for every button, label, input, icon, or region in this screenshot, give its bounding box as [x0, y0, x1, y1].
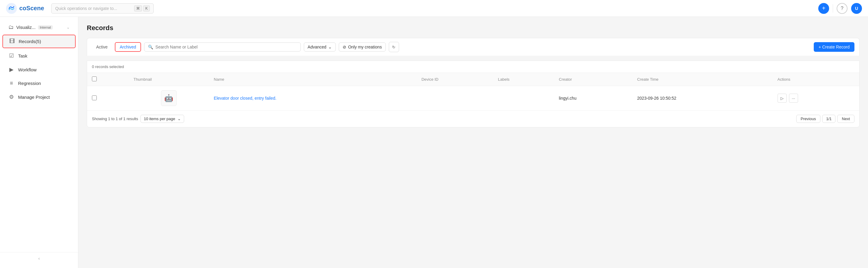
- page-size-label: 10 items per page: [144, 116, 175, 121]
- topnav-right: + ? U: [818, 3, 862, 14]
- refresh-icon: ↻: [392, 45, 396, 49]
- topnav: coScene Quick operations or navigate to.…: [0, 0, 868, 17]
- row-checkbox-cell: [87, 86, 129, 110]
- table-container: 0 records selected Thumbnail Name Device…: [87, 61, 860, 127]
- create-time-value: 2023-09-26 10:50:52: [637, 96, 676, 101]
- col-device-id: Device ID: [416, 73, 493, 86]
- table-row: 🤖 Elevator door closed, entry failed.: [87, 86, 859, 110]
- regression-icon: ≡: [8, 80, 14, 87]
- logo: coScene: [6, 3, 44, 14]
- col-creator: Creator: [554, 73, 632, 86]
- page-indicator: 1/1: [822, 115, 835, 123]
- tab-active[interactable]: Active: [92, 43, 112, 51]
- only-my-creations-button[interactable]: ⊘ Only my creations: [339, 42, 386, 52]
- project-badge: Internal: [38, 25, 53, 30]
- sidebar: 🗂 Visualiz... Internal ⌄ 🎞 Records(5) ☑ …: [0, 17, 79, 268]
- chevron-down-icon: ⌄: [328, 44, 332, 49]
- collapse-icon: ‹: [38, 256, 40, 261]
- sidebar-records-label: Records(5): [19, 39, 41, 44]
- record-name-link[interactable]: Elevator door closed, entry failed.: [214, 96, 276, 101]
- sidebar-regression-label: Regression: [18, 81, 41, 86]
- row-device-id-cell: [416, 86, 493, 110]
- search-icon: 🔍: [148, 44, 153, 49]
- pagination-controls: Previous 1/1 Next: [796, 115, 855, 123]
- thumbnail-image: 🤖: [161, 90, 177, 106]
- col-name: Name: [209, 73, 416, 86]
- thumbnail-container: 🤖: [133, 90, 204, 106]
- project-name: Visualiz...: [16, 25, 36, 30]
- toolbar: Active Archived 🔍 Advanced ⌄ ⊘ Only my c…: [87, 38, 860, 56]
- play-button[interactable]: ▷: [778, 94, 786, 103]
- create-record-button[interactable]: + Create Record: [814, 42, 855, 52]
- pagination: Showing 1 to 1 of 1 results 10 items per…: [87, 110, 859, 127]
- refresh-button[interactable]: ↻: [389, 42, 399, 52]
- creator-value: lingyi.chu: [559, 96, 576, 101]
- records-table: Thumbnail Name Device ID Labels Creator …: [87, 73, 859, 110]
- more-actions-button[interactable]: ···: [789, 94, 798, 103]
- svg-point-0: [6, 3, 17, 14]
- col-create-time: Create Time: [632, 73, 773, 86]
- records-icon: 🎞: [9, 38, 15, 44]
- sidebar-item-records[interactable]: 🎞 Records(5): [2, 35, 76, 48]
- main-content: Records Active Archived 🔍 Advanced ⌄ ⊘ O…: [79, 17, 868, 268]
- expand-icon: ⌄: [67, 25, 70, 30]
- sidebar-item-task[interactable]: ☑ Task: [2, 49, 76, 62]
- folder-icon: 🗂: [8, 24, 14, 30]
- filter-label: Only my creations: [348, 44, 382, 49]
- manage-icon: ⚙: [8, 94, 14, 100]
- sidebar-task-label: Task: [18, 53, 27, 59]
- records-selected: 0 records selected: [87, 61, 859, 73]
- sidebar-item-manage[interactable]: ⚙ Manage Project: [2, 91, 76, 103]
- search-input[interactable]: [156, 44, 297, 49]
- row-actions-cell: ▷ ···: [773, 86, 859, 110]
- col-checkbox: [87, 73, 129, 86]
- sidebar-manage-label: Manage Project: [18, 95, 50, 100]
- page-title: Records: [87, 24, 860, 32]
- global-search-bar[interactable]: Quick operations or navigate to... ⌘ K: [51, 3, 154, 13]
- help-button[interactable]: ?: [837, 3, 847, 14]
- search-container[interactable]: 🔍: [144, 42, 301, 52]
- nav-divider: [833, 4, 833, 13]
- row-creator-cell: lingyi.chu: [554, 86, 632, 110]
- task-icon: ☑: [8, 53, 14, 59]
- col-labels: Labels: [493, 73, 554, 86]
- thumbnail-icon: 🤖: [164, 94, 173, 102]
- col-thumbnail: Thumbnail: [129, 73, 209, 86]
- sidebar-item-regression[interactable]: ≡ Regression: [2, 77, 76, 90]
- global-search-placeholder: Quick operations or navigate to...: [55, 6, 132, 11]
- actions-container: ▷ ···: [778, 94, 855, 103]
- row-thumbnail-cell: 🤖: [129, 86, 209, 110]
- tab-archived[interactable]: Archived: [115, 42, 141, 52]
- table-header-row: Thumbnail Name Device ID Labels Creator …: [87, 73, 859, 86]
- previous-button[interactable]: Previous: [796, 115, 821, 123]
- sidebar-collapse-button[interactable]: ‹: [0, 252, 78, 264]
- sidebar-project-header[interactable]: 🗂 Visualiz... Internal ⌄: [2, 21, 76, 33]
- sidebar-workflow-label: Workflow: [18, 67, 36, 72]
- advanced-label: Advanced: [308, 44, 327, 49]
- kbd-cmd: ⌘: [134, 5, 142, 11]
- add-button[interactable]: +: [818, 3, 829, 14]
- logo-icon: [6, 3, 17, 14]
- row-name-cell: Elevator door closed, entry failed.: [209, 86, 416, 110]
- page-size-chevron: ⌄: [178, 116, 181, 121]
- sidebar-item-workflow[interactable]: ▶ Workflow: [2, 63, 76, 76]
- advanced-button[interactable]: Advanced ⌄: [304, 42, 336, 52]
- select-all-checkbox[interactable]: [92, 76, 97, 81]
- pagination-info: Showing 1 to 1 of 1 results: [92, 116, 138, 121]
- next-button[interactable]: Next: [837, 115, 855, 123]
- search-kbd: ⌘ K: [134, 5, 150, 11]
- filter-icon: ⊘: [343, 44, 346, 49]
- kbd-k: K: [143, 5, 150, 11]
- logo-text: coScene: [19, 5, 44, 12]
- avatar[interactable]: U: [851, 3, 862, 14]
- create-label: + Create Record: [818, 44, 849, 49]
- row-labels-cell: [493, 86, 554, 110]
- row-checkbox[interactable]: [92, 96, 97, 100]
- layout: 🗂 Visualiz... Internal ⌄ 🎞 Records(5) ☑ …: [0, 17, 868, 268]
- col-actions: Actions: [773, 73, 859, 86]
- workflow-icon: ▶: [8, 66, 14, 73]
- row-create-time-cell: 2023-09-26 10:50:52: [632, 86, 773, 110]
- page-size-selector[interactable]: 10 items per page ⌄: [141, 115, 184, 123]
